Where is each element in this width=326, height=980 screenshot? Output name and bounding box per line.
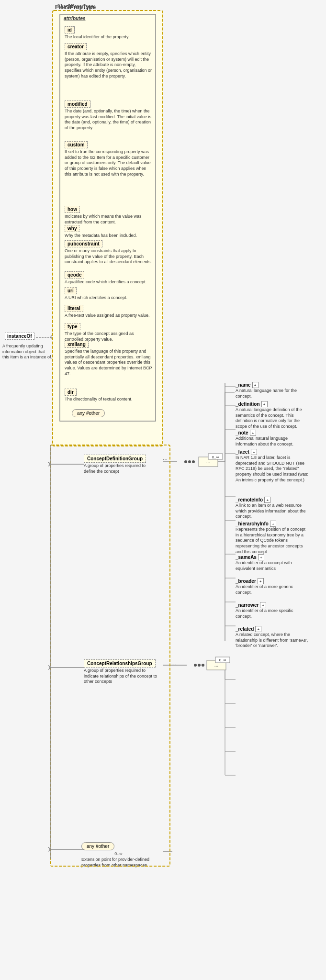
any-other-1: any #other (72, 409, 105, 417)
attr-qcode: qcode A qualified code which identifies … (65, 271, 146, 285)
attr-pubconstraint: pubconstraint One or many constraints th… (65, 240, 153, 265)
elem-remoteinfo: _remoteInfo + A link to an item or a web… (236, 497, 310, 520)
concept-definition-group-box: ConceptDefinitionGroup (84, 455, 146, 463)
elem-sameas: _sameAs + An identifier of a concept wit… (236, 554, 310, 571)
elem-definition: _definition + A natural language definit… (236, 401, 310, 430)
attr-modified-name: modified (65, 100, 90, 108)
elem-related-label: _related (236, 626, 254, 632)
svg-point-36 (192, 460, 195, 463)
attr-literal-name: literal (65, 305, 83, 312)
elem-definition-icon: + (261, 401, 268, 407)
svg-point-34 (184, 460, 187, 463)
elem-note: _note + Additional natural language info… (236, 430, 310, 447)
elem-broader-icon: + (258, 578, 264, 584)
attr-uri: uri A URI which identifies a concept. (65, 287, 127, 301)
elem-related-desc: A related concept, where the relationshi… (236, 632, 310, 649)
concept-relationships-group-desc: A group of properties required to indica… (84, 668, 158, 685)
instance-of-box: instanceOf (5, 333, 34, 340)
any-other-1-label: any #other (72, 409, 105, 417)
diagram-title-label: Flex1PropType (57, 3, 95, 9)
attr-custom-name: custom (65, 141, 88, 148)
attr-pubconstraint-desc: One or many constraints that apply to pu… (65, 248, 153, 265)
elem-facet-desc: In NAR 1.8 and later, facet is deprecate… (236, 455, 310, 483)
elem-broader: _broader + An identifier of a more gener… (236, 578, 310, 595)
diagram-container: Flex1PropType (0, 0, 326, 980)
svg-point-37 (194, 664, 197, 667)
svg-point-39 (202, 664, 204, 667)
attr-qcode-desc: A qualified code which identifies a conc… (65, 279, 146, 285)
elem-name-label: _name (236, 382, 251, 388)
elem-remoteinfo-icon: + (264, 497, 270, 503)
elem-related-icon: + (255, 626, 261, 632)
svg-point-35 (188, 460, 191, 463)
attr-modified-desc: The date (and, optionally, the time) whe… (65, 109, 153, 131)
elem-name-icon: + (252, 382, 259, 388)
elem-sameas-label: _sameAs (236, 555, 257, 560)
attr-literal: literal A free-text value assigned as pr… (65, 305, 150, 319)
svg-text:0..∞: 0..∞ (212, 455, 219, 459)
elem-facet-icon: + (251, 449, 257, 455)
elem-narrower: _narrower + An identifier of a more spec… (236, 602, 310, 619)
attr-how-desc: Indicates by which means the value was e… (65, 214, 153, 225)
attr-id-name: id (65, 26, 75, 33)
attr-creator: creator If the attribute is empty, speci… (65, 43, 153, 79)
svg-rect-52 (50, 445, 170, 866)
attr-creator-desc: If the attribute is empty, specifies whi… (65, 51, 153, 79)
attr-dir-name: dir (65, 389, 77, 396)
attr-dir: dir The directionality of textual conten… (65, 389, 133, 402)
attr-type-name: type (65, 323, 80, 330)
attr-why-desc: Why the metadata has been included. (65, 233, 137, 239)
elem-hierarchyinfo-label: _hierarchyInfo (236, 521, 269, 526)
any-other-2: any #other 0..∞ Extension point for prov… (81, 842, 156, 868)
svg-point-57 (48, 462, 50, 466)
elem-facet: _facet + In NAR 1.8 and later, facet is … (236, 449, 310, 483)
attr-id: id The local identifier of the property. (65, 26, 129, 40)
elem-narrower-desc: An identifier of a more specific concept… (236, 608, 310, 619)
connections-svg: ... 0..∞ ... 0..∞ (0, 0, 326, 980)
elem-hierarchyinfo-icon: + (270, 521, 276, 527)
attr-xmllang: xmllang Specifies the language of this p… (65, 341, 153, 377)
crg-connector: ⋯ (171, 662, 177, 668)
attr-xmllang-desc: Specifies the language of this property … (65, 349, 153, 377)
attr-why-name: why (65, 225, 79, 232)
elem-sameas-desc: An identifier of a concept with equivale… (236, 560, 310, 571)
elem-narrower-label: _narrower (236, 602, 259, 608)
elem-hierarchyinfo-desc: Represents the position of a concept in … (236, 527, 310, 555)
elem-note-label: _note (236, 430, 248, 435)
any-other-2-mult: 0..∞ (81, 851, 156, 856)
attr-dir-desc: The directionality of textual content. (65, 397, 133, 402)
elem-sameas-icon: + (258, 554, 264, 560)
concept-definition-group-desc: A group of properties required to define… (84, 463, 158, 474)
attr-why: why Why the metadata has been included. (65, 225, 137, 239)
attr-custom: custom If set to true the corresponding … (65, 141, 153, 177)
svg-point-48 (51, 335, 55, 339)
attr-pubconstraint-name: pubconstraint (65, 240, 102, 247)
attr-uri-name: uri (65, 287, 77, 294)
attributes-title: attributes (64, 16, 86, 21)
attr-how: how Indicates by which means the value w… (65, 206, 153, 225)
svg-point-38 (198, 664, 201, 667)
elem-related: _related + A related concept, where the … (236, 626, 310, 649)
elem-narrower-icon: + (260, 602, 266, 608)
attr-qcode-name: qcode (65, 271, 84, 278)
elem-definition-label: _definition (236, 401, 260, 407)
svg-point-58 (48, 666, 50, 669)
sequence-outer-svg (48, 443, 172, 873)
svg-rect-40 (199, 457, 218, 467)
elem-facet-label: _facet (236, 449, 249, 455)
attr-creator-name: creator (65, 43, 87, 50)
elem-remoteinfo-desc: A link to an item or a web resource whic… (236, 503, 310, 520)
svg-text:...: ... (206, 459, 210, 464)
attr-custom-desc: If set to true the corresponding propert… (65, 149, 153, 177)
svg-text:...: ... (214, 662, 218, 668)
attr-xmllang-name: xmllang (65, 341, 89, 348)
elem-hierarchyinfo: _hierarchyInfo + Represents the position… (236, 521, 310, 555)
instance-of-desc: A frequently updating information object… (2, 344, 53, 360)
attr-modified: modified The date (and, optionally, the … (65, 100, 153, 131)
cdg-connector: ⋯ (163, 457, 168, 462)
elem-note-desc: Additional natural language information … (236, 436, 310, 447)
any-other-2-label: any #other (81, 842, 114, 850)
elem-name: _name + A natural language name for the … (236, 382, 310, 399)
any-other-2-desc: Extension point for provider-defined pro… (81, 857, 156, 868)
attr-literal-desc: A free-text value assigned as property v… (65, 313, 150, 319)
